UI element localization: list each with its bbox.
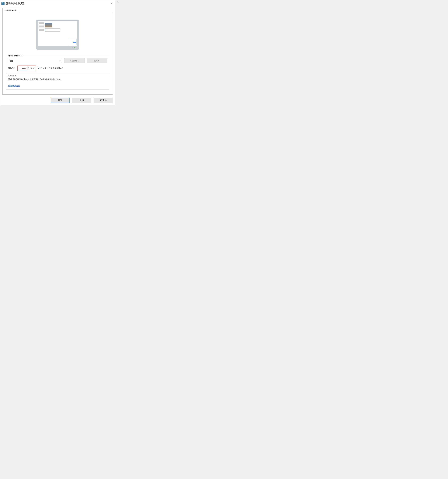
power-settings-link[interactable]: 更改电源设置 xyxy=(8,85,20,87)
tab-content: 屏幕保护程序(S) (无) 设置(T)... 预览(V) 等待(W): xyxy=(2,13,113,94)
power-fieldset: 电源管理 通过调整显示亮度和其他电源设置以节省能源或提供最佳性能。 更改电源设置 xyxy=(6,76,109,89)
checkbox-box xyxy=(38,67,40,69)
minutes-label: 分钟 xyxy=(31,67,35,70)
triangle-up-icon xyxy=(28,67,29,68)
power-legend: 电源管理 xyxy=(8,74,16,77)
close-button[interactable] xyxy=(108,0,114,7)
wait-spinner[interactable] xyxy=(18,66,29,70)
resume-login-checkbox[interactable]: 在恢复时显示登录屏幕(R) xyxy=(38,67,63,70)
screensaver-combo[interactable]: (无) xyxy=(8,58,62,63)
app-icon xyxy=(1,2,5,5)
window-title: 屏幕保护程序设置 xyxy=(6,2,25,5)
cancel-button[interactable]: 取消 xyxy=(72,98,91,103)
screensaver-legend: 屏幕保护程序(S) xyxy=(8,54,23,57)
preview-area xyxy=(6,16,109,56)
screensaver-selected: (无) xyxy=(10,60,13,62)
ok-button[interactable]: 确定 xyxy=(51,98,70,103)
screen-preview xyxy=(38,21,77,46)
tab-filler xyxy=(19,8,113,13)
dialog-buttons: 确定 取消 应用(A) xyxy=(0,96,115,105)
wait-spin-down[interactable] xyxy=(27,68,29,70)
tabbar: 屏幕保护程序 xyxy=(1,7,114,13)
triangle-down-icon xyxy=(28,69,29,70)
monitor-preview xyxy=(36,20,79,50)
wait-input[interactable] xyxy=(18,66,27,70)
preview-button[interactable]: 预览(V) xyxy=(87,58,107,63)
wait-spin-up[interactable] xyxy=(27,66,29,68)
resume-login-label: 在恢复时显示登录屏幕(R) xyxy=(41,67,63,70)
stray-char: S xyxy=(117,1,118,4)
power-desc: 通过调整显示亮度和其他电源设置以节省能源或提供最佳性能。 xyxy=(8,78,107,81)
check-icon xyxy=(38,67,40,69)
chevron-down-icon xyxy=(59,60,61,61)
apply-button[interactable]: 应用(A) xyxy=(94,98,113,103)
titlebar: 屏幕保护程序设置 xyxy=(0,0,115,7)
close-icon xyxy=(110,2,112,5)
settings-button[interactable]: 设置(T)... xyxy=(64,58,84,63)
screensaver-fieldset: 屏幕保护程序(S) (无) 设置(T)... 预览(V) 等待(W): xyxy=(6,56,109,73)
dialog-window: 屏幕保护程序设置 屏幕保护程序 xyxy=(0,0,115,105)
wait-label: 等待(W): xyxy=(8,67,16,70)
wait-highlight: 分钟 xyxy=(18,66,36,71)
tab-screensaver[interactable]: 屏幕保护程序 xyxy=(2,8,19,13)
